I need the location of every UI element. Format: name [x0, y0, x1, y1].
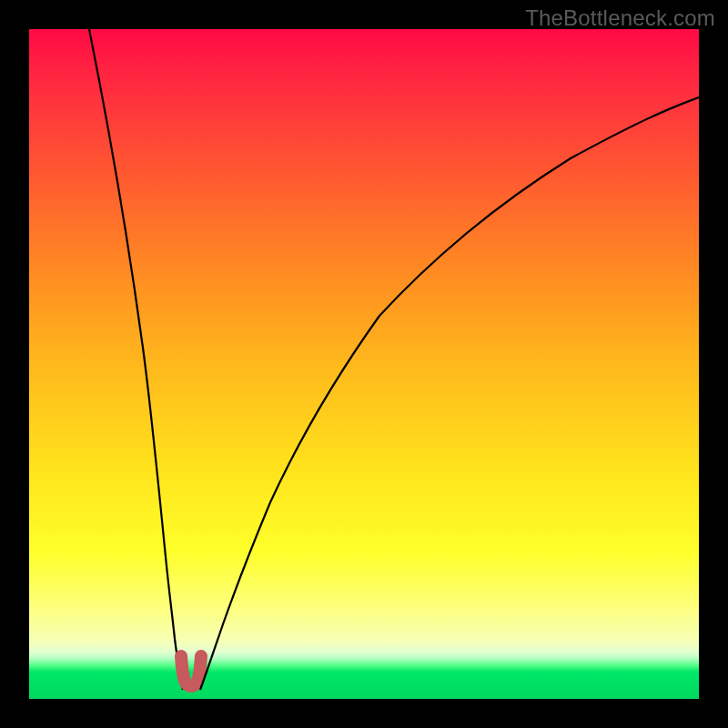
curve-right-branch: [200, 97, 699, 690]
watermark-text: TheBottleneck.com: [525, 5, 715, 31]
chart-plot-area: [29, 29, 699, 699]
optimal-marker: [181, 656, 201, 686]
curve-left-branch: [89, 29, 183, 690]
chart-svg: [29, 29, 699, 699]
